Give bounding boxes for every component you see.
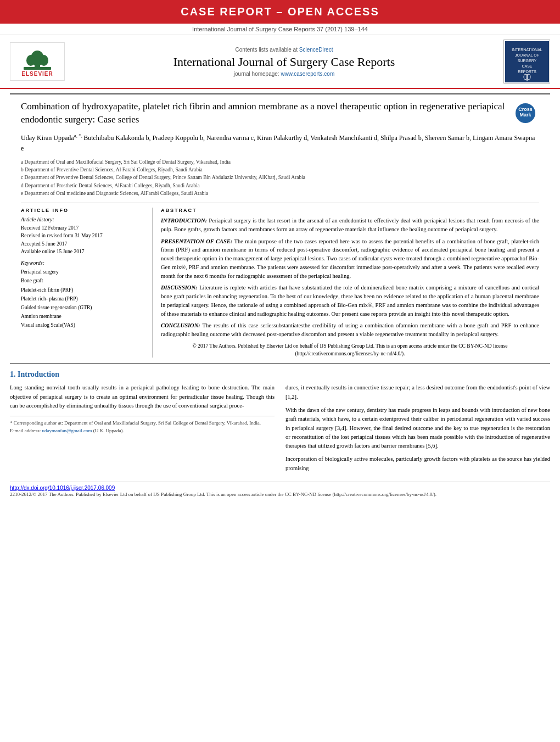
- footer-doi-link[interactable]: http://dx.doi.org/10.1016/j.ijscr.2017.0…: [10, 485, 115, 491]
- elsevier-label: ELSEVIER: [21, 71, 53, 77]
- abstract-label: ABSTRACT: [161, 208, 539, 213]
- doi-bar: International Journal of Surgery Case Re…: [0, 24, 560, 35]
- keyword-4: Guided tissue regeneration (GTR): [21, 303, 144, 312]
- intro-para-right-2: Incorporation of biologically active mol…: [285, 455, 550, 473]
- keyword-6: Visual analog Scale(VAS): [21, 321, 144, 330]
- article-history: Article history: Received 12 February 20…: [21, 216, 144, 255]
- available-date: Available online 15 June 2017: [21, 248, 144, 255]
- sciencedirect-link[interactable]: ScienceDirect: [299, 47, 333, 53]
- body-col-right: dures, it eventually results in connecti…: [285, 383, 550, 477]
- footnote-email-label: E-mail address:: [10, 428, 41, 433]
- affiliation-d: d Department of Prosthetic Dental Scienc…: [21, 182, 539, 189]
- abstract-intro-text: Periapical surgery is the last resort in…: [161, 217, 539, 232]
- intro-para-right-0: dures, it eventually results in connecti…: [285, 383, 550, 401]
- affiliations: a Department of Oral and Maxillofacial S…: [21, 158, 539, 197]
- abstract-discussion-heading: DISCUSSION:: [161, 284, 198, 291]
- svg-point-2: [26, 55, 35, 66]
- journal-center: Contents lists available at ScienceDirec…: [65, 47, 503, 77]
- article-info-col: ARTICLE INFO Article history: Received 1…: [21, 208, 153, 358]
- footnote-email-link[interactable]: udaymanfan@gmail.com: [42, 428, 92, 433]
- keywords-title: Keywords:: [21, 260, 144, 266]
- page-footer: http://dx.doi.org/10.1016/j.ijscr.2017.0…: [10, 482, 550, 499]
- banner-text: CASE REPORT – OPEN ACCESS: [181, 5, 379, 18]
- copyright-line: © 2017 The Authors. Published by Elsevie…: [161, 342, 539, 358]
- article-title-row: Combination of hydroxyapatite, platelet …: [21, 100, 539, 126]
- svg-text:Cross: Cross: [518, 107, 533, 112]
- article-title: Combination of hydroxyapatite, platelet …: [21, 100, 506, 126]
- svg-text:JOURNAL OF: JOURNAL OF: [514, 53, 539, 57]
- abstract-discussion: DISCUSSION: Literature is replete with a…: [161, 283, 539, 318]
- svg-text:SURGERY: SURGERY: [517, 59, 536, 63]
- elsevier-logo: ELSEVIER: [10, 42, 65, 81]
- abstract-discussion-text: Literature is replete with articles that…: [161, 284, 539, 316]
- accepted-date: Accepted 5 June 2017: [21, 240, 144, 248]
- keyword-2: Platelet-rich fibrin (PRF): [21, 286, 144, 294]
- keyword-3: Platelet rich- plasma (PRP): [21, 294, 144, 303]
- body-col-left: Long standing nonvital tooth usually res…: [10, 383, 275, 477]
- abstract-case-heading: PRESENTATION OF CASE:: [161, 238, 232, 244]
- crossmark-box: Cross Mark: [512, 100, 539, 124]
- affiliation-e: e Department of Oral medicine and Diagno…: [21, 189, 539, 197]
- footnote-area: * Corresponding author at: Department of…: [10, 416, 275, 434]
- footer-doi[interactable]: http://dx.doi.org/10.1016/j.ijscr.2017.0…: [10, 485, 550, 491]
- history-title: Article history:: [21, 216, 144, 222]
- journal-title: International Journal of Surgery Case Re…: [65, 55, 503, 69]
- author-uppada: Uday Kiran Uppada: [21, 134, 74, 142]
- abstract-intro-heading: INTRODUCTION:: [161, 217, 207, 224]
- body-two-col: Long standing nonvital tooth usually res…: [10, 383, 550, 477]
- abstract-conclusion: CONCLUSION: The results of this case ser…: [161, 321, 539, 339]
- two-col-section: ARTICLE INFO Article history: Received 1…: [21, 203, 539, 358]
- affiliation-c: c Department of Preventive Dental Scienc…: [21, 174, 539, 181]
- footnote-email-line: E-mail address: udaymanfan@gmail.com (U.…: [10, 427, 275, 435]
- elsevier-tree-icon: [21, 46, 54, 71]
- abstract-conclusion-heading: CONCLUSION:: [161, 322, 200, 328]
- keyword-5: Amnion membrane: [21, 312, 144, 321]
- keyword-1: Bone graft: [21, 276, 144, 285]
- abstract-case: PRESENTATION OF CASE: The main purpose o…: [161, 237, 539, 281]
- contents-available: Contents lists available at ScienceDirec…: [65, 47, 503, 53]
- journal-logo-icon: INTERNATIONAL JOURNAL OF SURGERY CASE RE…: [505, 41, 549, 82]
- keywords-section: Keywords: Periapical surgery Bone graft …: [21, 260, 144, 330]
- journal-homepage: journal homepage: www.casereports.com: [65, 71, 503, 77]
- svg-text:INTERNATIONAL: INTERNATIONAL: [512, 48, 542, 52]
- author-rest: Butchibabu Kalakonda b, Pradeep Koppolu …: [21, 134, 535, 152]
- footer-text: 2210-2612/© 2017 The Authors. Published …: [10, 491, 550, 499]
- journal-header: ELSEVIER Contents lists available at Sci…: [0, 35, 560, 89]
- svg-rect-4: [24, 67, 51, 70]
- revised-date: Received in revised form 31 May 2017: [21, 232, 144, 239]
- footnote-corresponding: * Corresponding author at: Department of…: [10, 420, 275, 427]
- affiliation-b: b Department of Preventive Dental Scienc…: [21, 166, 539, 174]
- svg-text:CASE: CASE: [522, 64, 532, 68]
- abstract-intro: INTRODUCTION: Periapical surgery is the …: [161, 216, 539, 234]
- svg-text:Mark: Mark: [519, 112, 531, 118]
- abstract-col: ABSTRACT INTRODUCTION: Periapical surger…: [153, 208, 539, 358]
- copyright-text: © 2017 The Authors. Published by Elsevie…: [193, 343, 508, 356]
- footnote-email-suffix: (U.K. Uppada).: [93, 428, 124, 433]
- body-content: 1. Introduction Long standing nonvital t…: [10, 370, 550, 477]
- article-info-label: ARTICLE INFO: [21, 208, 144, 213]
- svg-text:REPORTS: REPORTS: [518, 70, 536, 74]
- doi-text: International Journal of Surgery Case Re…: [192, 26, 368, 32]
- svg-point-3: [40, 55, 48, 66]
- journal-logo-right: INTERNATIONAL JOURNAL OF SURGERY CASE RE…: [503, 40, 550, 83]
- crossmark-icon[interactable]: Cross Mark: [514, 102, 536, 124]
- top-banner: CASE REPORT – OPEN ACCESS: [0, 0, 560, 24]
- journal-homepage-link[interactable]: www.casereports.com: [281, 71, 334, 77]
- keyword-0: Periapical surgery: [21, 267, 144, 276]
- authors-line: Uday Kiran Uppadaa, *, Butchibabu Kalako…: [21, 132, 539, 154]
- section1-title: 1. Introduction: [10, 370, 550, 379]
- affiliation-a: a Department of Oral and Maxillofacial S…: [21, 158, 539, 166]
- intro-para-right-1: With the dawn of the new century, dentis…: [285, 406, 550, 450]
- article-main: Combination of hydroxyapatite, platelet …: [10, 93, 550, 364]
- intro-para-left: Long standing nonvital tooth usually res…: [10, 383, 275, 410]
- abstract-conclusion-text: The results of this case seriessubstanti…: [161, 322, 539, 337]
- received-date: Received 12 February 2017: [21, 224, 144, 232]
